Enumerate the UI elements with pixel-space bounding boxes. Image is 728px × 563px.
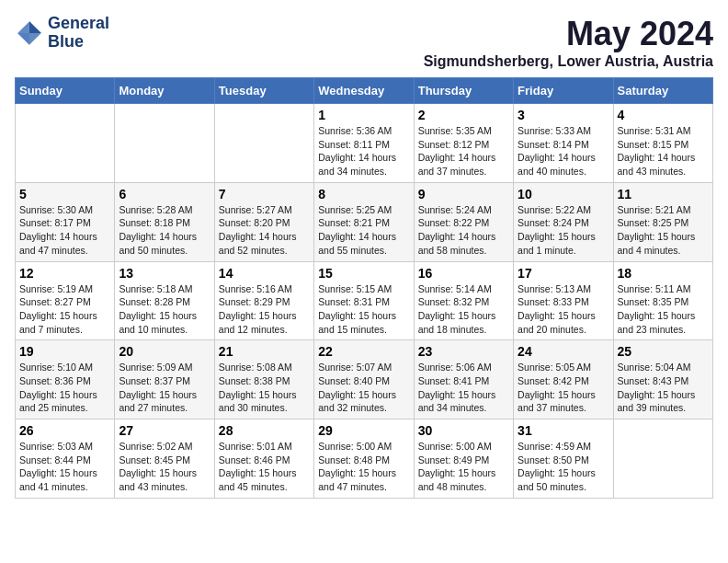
day-info: Sunrise: 5:30 AM Sunset: 8:17 PM Dayligh… [19,203,110,258]
day-number: 19 [19,344,110,359]
day-number: 10 [518,187,609,201]
day-info: Sunrise: 5:02 AM Sunset: 8:45 PM Dayligh… [119,440,210,494]
calendar-header: SundayMondayTuesdayWednesdayThursdayFrid… [16,78,713,104]
day-info: Sunrise: 5:22 AM Sunset: 8:24 PM Dayligh… [518,203,609,258]
calendar-cell: 25Sunrise: 5:04 AM Sunset: 8:43 PM Dayli… [613,340,712,419]
calendar-body: 1Sunrise: 5:36 AM Sunset: 8:11 PM Daylig… [16,104,713,499]
day-info: Sunrise: 5:07 AM Sunset: 8:40 PM Dayligh… [318,361,409,415]
logo: General Blue [15,15,109,52]
calendar-cell: 5Sunrise: 5:30 AM Sunset: 8:17 PM Daylig… [16,182,115,261]
calendar-cell: 27Sunrise: 5:02 AM Sunset: 8:45 PM Dayli… [115,419,214,499]
day-number: 17 [518,266,609,281]
day-number: 22 [318,344,409,359]
day-info: Sunrise: 5:03 AM Sunset: 8:44 PM Dayligh… [19,440,110,494]
day-info: Sunrise: 5:24 AM Sunset: 8:22 PM Dayligh… [418,203,509,258]
day-number: 14 [219,266,310,281]
calendar-cell [214,104,313,183]
day-info: Sunrise: 5:21 AM Sunset: 8:25 PM Dayligh… [618,203,709,258]
header-cell-friday: Friday [514,78,613,104]
calendar-cell: 21Sunrise: 5:08 AM Sunset: 8:38 PM Dayli… [214,340,313,419]
calendar-cell: 24Sunrise: 5:05 AM Sunset: 8:42 PM Dayli… [514,340,613,419]
day-number: 6 [119,187,210,201]
calendar-cell: 23Sunrise: 5:06 AM Sunset: 8:41 PM Dayli… [414,340,513,419]
svg-marker-1 [29,21,41,33]
day-number: 25 [618,344,709,359]
calendar-cell: 4Sunrise: 5:31 AM Sunset: 8:15 PM Daylig… [613,104,712,183]
location-title: Sigmundsherberg, Lower Austria, Austria [424,53,713,70]
calendar-cell: 8Sunrise: 5:25 AM Sunset: 8:21 PM Daylig… [314,182,414,261]
day-number: 13 [119,266,210,281]
month-title: May 2024 [424,15,713,53]
day-number: 2 [418,108,509,122]
calendar-cell: 13Sunrise: 5:18 AM Sunset: 8:28 PM Dayli… [115,261,214,340]
calendar-cell: 17Sunrise: 5:13 AM Sunset: 8:33 PM Dayli… [514,261,613,340]
day-number: 11 [618,187,709,201]
week-row-4: 19Sunrise: 5:10 AM Sunset: 8:36 PM Dayli… [16,340,713,419]
day-number: 3 [518,108,609,122]
calendar-cell: 10Sunrise: 5:22 AM Sunset: 8:24 PM Dayli… [514,182,613,261]
page-header: General Blue May 2024 Sigmundsherberg, L… [15,15,713,70]
day-info: Sunrise: 5:04 AM Sunset: 8:43 PM Dayligh… [618,361,709,415]
calendar-cell: 20Sunrise: 5:09 AM Sunset: 8:37 PM Dayli… [115,340,214,419]
day-number: 29 [318,423,409,438]
calendar-cell: 1Sunrise: 5:36 AM Sunset: 8:11 PM Daylig… [314,104,414,183]
calendar-cell [613,419,712,499]
day-number: 30 [418,423,509,438]
day-number: 31 [518,423,609,438]
calendar-cell: 14Sunrise: 5:16 AM Sunset: 8:29 PM Dayli… [214,261,313,340]
header-cell-saturday: Saturday [613,78,712,104]
calendar-cell: 2Sunrise: 5:35 AM Sunset: 8:12 PM Daylig… [414,104,513,183]
day-number: 20 [119,344,210,359]
calendar-cell: 11Sunrise: 5:21 AM Sunset: 8:25 PM Dayli… [613,182,712,261]
week-row-5: 26Sunrise: 5:03 AM Sunset: 8:44 PM Dayli… [16,419,713,499]
calendar-cell: 15Sunrise: 5:15 AM Sunset: 8:31 PM Dayli… [314,261,414,340]
calendar-cell [115,104,214,183]
day-info: Sunrise: 5:11 AM Sunset: 8:35 PM Dayligh… [618,282,709,337]
day-number: 27 [119,423,210,438]
calendar-cell: 16Sunrise: 5:14 AM Sunset: 8:32 PM Dayli… [414,261,513,340]
day-info: Sunrise: 5:27 AM Sunset: 8:20 PM Dayligh… [219,203,310,258]
calendar-cell: 29Sunrise: 5:00 AM Sunset: 8:48 PM Dayli… [314,419,414,499]
day-info: Sunrise: 5:16 AM Sunset: 8:29 PM Dayligh… [219,282,310,337]
day-info: Sunrise: 5:19 AM Sunset: 8:27 PM Dayligh… [19,282,110,337]
day-number: 28 [219,423,310,438]
calendar-cell: 30Sunrise: 5:00 AM Sunset: 8:49 PM Dayli… [414,419,513,499]
day-number: 21 [219,344,310,359]
day-number: 9 [418,187,509,201]
calendar-cell: 9Sunrise: 5:24 AM Sunset: 8:22 PM Daylig… [414,182,513,261]
calendar-cell: 3Sunrise: 5:33 AM Sunset: 8:14 PM Daylig… [514,104,613,183]
day-info: Sunrise: 5:00 AM Sunset: 8:48 PM Dayligh… [318,440,409,494]
svg-marker-2 [17,33,29,45]
day-number: 12 [19,266,110,281]
header-cell-thursday: Thursday [414,78,513,104]
header-cell-wednesday: Wednesday [314,78,414,104]
day-number: 24 [518,344,609,359]
day-info: Sunrise: 5:09 AM Sunset: 8:37 PM Dayligh… [119,361,210,415]
day-number: 5 [19,187,110,201]
week-row-3: 12Sunrise: 5:19 AM Sunset: 8:27 PM Dayli… [16,261,713,340]
calendar-cell: 26Sunrise: 5:03 AM Sunset: 8:44 PM Dayli… [16,419,115,499]
day-info: Sunrise: 5:35 AM Sunset: 8:12 PM Dayligh… [418,124,509,178]
day-info: Sunrise: 5:08 AM Sunset: 8:38 PM Dayligh… [219,361,310,415]
day-info: Sunrise: 4:59 AM Sunset: 8:50 PM Dayligh… [518,440,609,494]
day-info: Sunrise: 5:36 AM Sunset: 8:11 PM Dayligh… [318,124,409,178]
calendar-cell: 7Sunrise: 5:27 AM Sunset: 8:20 PM Daylig… [214,182,313,261]
day-info: Sunrise: 5:13 AM Sunset: 8:33 PM Dayligh… [518,282,609,337]
day-info: Sunrise: 5:18 AM Sunset: 8:28 PM Dayligh… [119,282,210,337]
day-info: Sunrise: 5:31 AM Sunset: 8:15 PM Dayligh… [618,124,709,178]
header-cell-tuesday: Tuesday [214,78,313,104]
header-row: SundayMondayTuesdayWednesdayThursdayFrid… [16,78,713,104]
day-number: 1 [318,108,409,122]
day-number: 18 [618,266,709,281]
logo-icon [15,18,44,48]
day-number: 7 [219,187,310,201]
header-cell-sunday: Sunday [16,78,115,104]
day-info: Sunrise: 5:28 AM Sunset: 8:18 PM Dayligh… [119,203,210,258]
day-info: Sunrise: 5:25 AM Sunset: 8:21 PM Dayligh… [318,203,409,258]
day-info: Sunrise: 5:06 AM Sunset: 8:41 PM Dayligh… [418,361,509,415]
calendar-cell [16,104,115,183]
calendar-cell: 6Sunrise: 5:28 AM Sunset: 8:18 PM Daylig… [115,182,214,261]
calendar-cell: 22Sunrise: 5:07 AM Sunset: 8:40 PM Dayli… [314,340,414,419]
header-cell-monday: Monday [115,78,214,104]
day-number: 16 [418,266,509,281]
